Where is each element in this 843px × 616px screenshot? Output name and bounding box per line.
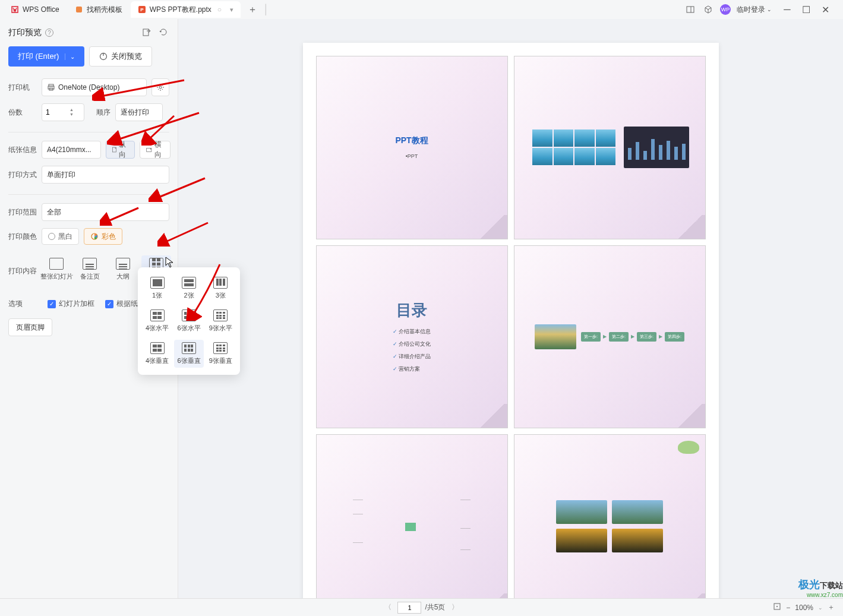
svg-rect-0 — [76, 7, 82, 12]
chevron-down-icon[interactable]: ⌄ — [65, 53, 75, 60]
color-label: 打印颜色 — [8, 232, 37, 242]
layout-9h[interactable]: 9张水平 — [206, 307, 235, 335]
close-button[interactable]: ✕ — [816, 2, 835, 17]
tab-dirty-icon: ○ — [217, 5, 222, 14]
ppt-icon: P — [138, 5, 146, 14]
printer-select[interactable]: OneNote (Desktop)⌄ — [42, 78, 147, 96]
svg-text:P: P — [140, 7, 144, 12]
portrait-button[interactable]: 纵向 — [106, 141, 135, 159]
print-sheet: PPT教程 •PPT 目录 介绍基本信息介绍公司文化详细介绍产品营销方案 第一步… — [303, 43, 719, 598]
layout-6v[interactable]: 6张垂直 — [174, 340, 203, 368]
template-icon — [75, 5, 83, 14]
paper-label: 纸张信息 — [8, 145, 37, 155]
minimize-button[interactable]: ─ — [778, 2, 797, 17]
spin-up-icon[interactable]: ▲ — [70, 108, 74, 112]
tab-bar: WPS Office 找稻壳模板 P WPS PPT教程.pptx ○ ▾ ＋ … — [0, 0, 843, 19]
printer-label: 打印机 — [8, 83, 37, 93]
svg-rect-3 — [687, 7, 694, 12]
order-select[interactable]: 逐份打印⌄ — [115, 103, 163, 121]
tab-label: WPS Office — [23, 5, 59, 14]
copies-input[interactable]: ▲▼ — [42, 103, 84, 121]
range-label: 打印范围 — [8, 207, 37, 217]
tab-wps-home[interactable]: WPS Office — [4, 1, 67, 18]
slide-thumb: ──────────────────────── — [316, 434, 508, 598]
slide-thumb — [514, 56, 706, 239]
zoom-level: 100% — [795, 604, 813, 612]
printer-icon — [47, 83, 55, 91]
zoom-in-button[interactable]: ＋ — [828, 602, 835, 612]
fit-screen-icon[interactable] — [773, 602, 781, 612]
slide-thumb — [514, 434, 706, 598]
close-preview-button[interactable]: 关闭预览 — [89, 46, 152, 67]
content-full-slide[interactable]: 整张幻灯片 — [42, 255, 71, 283]
svg-point-16 — [776, 606, 778, 607]
landscape-button[interactable]: 横向 — [140, 141, 171, 159]
portrait-icon — [112, 146, 116, 154]
new-tab-button[interactable]: ＋ — [245, 2, 260, 17]
header-footer-button[interactable]: 页眉页脚 — [8, 318, 52, 336]
cube-icon[interactable] — [702, 4, 714, 15]
page-input[interactable] — [397, 602, 421, 614]
tab-label: WPS PPT教程.pptx — [150, 5, 211, 15]
zoom-out-button[interactable]: − — [786, 604, 790, 612]
content-notes[interactable]: 备注页 — [75, 255, 105, 283]
layout-2[interactable]: 2张 — [174, 274, 203, 302]
layout-1[interactable]: 1张 — [143, 274, 172, 302]
tab-label: 找稻壳模板 — [87, 5, 122, 15]
page-next-button[interactable]: 〉 — [449, 602, 461, 612]
svg-point-11 — [159, 86, 162, 89]
print-button[interactable]: 打印 (Enter)⌄ — [8, 46, 84, 67]
content-outline[interactable]: 大纲 — [108, 255, 138, 283]
panel-icon[interactable] — [684, 4, 696, 15]
slide-thumb: 第一步:▶第二步:▶第三步:▶第四步: — [514, 245, 706, 429]
watermark: 极光极光下载站下载站 www.xz7.com — [798, 577, 843, 598]
layout-4h[interactable]: 4张水平 — [143, 307, 172, 335]
spin-down-icon[interactable]: ▼ — [70, 112, 74, 117]
frame-checkbox[interactable]: ✓幻灯片加框 — [48, 299, 94, 309]
color-radio[interactable]: 彩色 — [84, 228, 122, 245]
page-total: /共5页 — [425, 602, 445, 612]
mode-label: 打印方式 — [8, 170, 37, 180]
bw-radio[interactable]: 黑白 — [42, 228, 79, 245]
svg-rect-5 — [143, 29, 149, 36]
export-icon[interactable] — [142, 27, 153, 38]
tab-template[interactable]: 找稻壳模板 — [68, 1, 130, 18]
range-select[interactable]: 全部⌄ — [42, 203, 169, 221]
options-label: 选项 — [8, 299, 37, 309]
sidebar-title: 打印预览 — [8, 27, 42, 38]
status-bar: 〈 /共5页 〉 − 100% ⌄ ＋ — [0, 598, 843, 616]
color-wheel-icon — [90, 232, 99, 241]
tab-file[interactable]: P WPS PPT教程.pptx ○ ▾ — [131, 1, 241, 18]
printer-settings-button[interactable] — [151, 78, 169, 96]
tab-divider-icon: │ — [263, 4, 269, 15]
layout-popup: 1张 2张 3张 4张水平 6张水平 9张水平 4张垂直 6张垂直 9张垂直 — [138, 267, 240, 375]
gear-icon — [156, 83, 165, 91]
layout-4v[interactable]: 4张垂直 — [143, 340, 172, 368]
landscape-icon — [146, 147, 152, 153]
help-icon[interactable]: ? — [45, 29, 53, 37]
wps-icon — [11, 5, 19, 14]
maximize-button[interactable]: ☐ — [797, 2, 816, 17]
slide-thumb: 目录 介绍基本信息介绍公司文化详细介绍产品营销方案 — [316, 245, 508, 429]
layout-6h[interactable]: 6张水平 — [174, 307, 203, 335]
login-button[interactable]: 临时登录⌄ — [737, 5, 772, 15]
order-label: 顺序 — [96, 108, 110, 118]
mode-select[interactable]: 单面打印⌄ — [42, 166, 169, 184]
slide-thumb: PPT教程 •PPT — [316, 56, 508, 239]
layout-3[interactable]: 3张 — [206, 274, 235, 302]
layout-9v[interactable]: 9张垂直 — [206, 340, 235, 368]
copies-label: 份数 — [8, 108, 37, 118]
preview-area: PPT教程 •PPT 目录 介绍基本信息介绍公司文化详细介绍产品营销方案 第一步… — [178, 19, 843, 598]
refresh-icon[interactable] — [159, 27, 169, 38]
close-icon[interactable]: ▾ — [230, 6, 233, 14]
paper-select[interactable]: A4(210mmx...⌄ — [42, 141, 101, 159]
page-prev-button[interactable]: 〈 — [382, 602, 394, 612]
avatar[interactable]: WP — [720, 4, 731, 15]
content-label: 打印内容 — [8, 255, 37, 276]
